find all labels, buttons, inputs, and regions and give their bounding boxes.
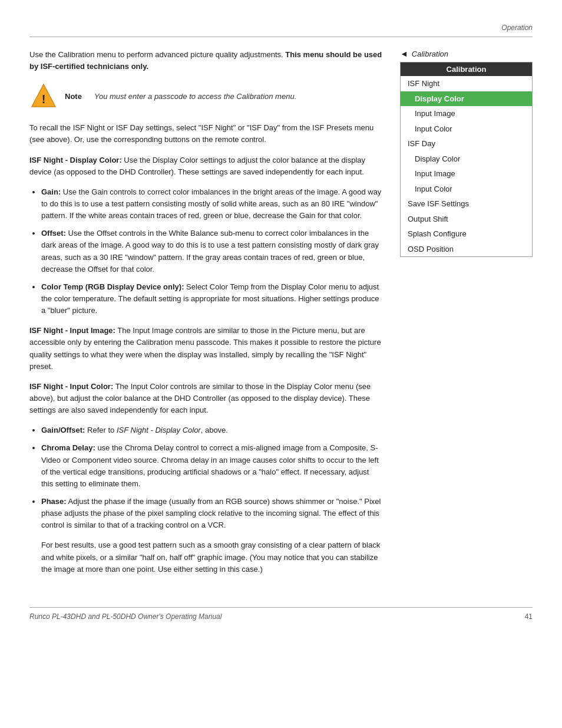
menu-item-isf-night[interactable]: ISF Night <box>401 76 532 91</box>
menu-item-osd-position[interactable]: OSD Position <box>401 242 532 257</box>
bullet-phase-text: Adjust the phase if the image (usually f… <box>41 497 381 529</box>
footer-page: 41 <box>525 612 533 621</box>
bullet-color-temp: Color Temp (RGB Display Device only): Se… <box>41 281 382 317</box>
sidebar-title-row: ◄ Calibration <box>400 49 533 58</box>
note-label: Note <box>65 92 87 101</box>
bullet-gain-offset: Gain/Offset: Refer to ISF Night - Displa… <box>41 424 382 436</box>
isf-night-display-color-para: ISF Night - Display Color: Use the Displ… <box>29 154 382 178</box>
phase-extra-para: For best results, use a good test patter… <box>41 539 382 575</box>
bullet-chroma-delay-heading: Chroma Delay: <box>41 443 95 452</box>
calibration-menu: Calibration ISF Night Display Color Inpu… <box>400 62 533 257</box>
menu-item-display-color-night[interactable]: Display Color <box>401 91 532 107</box>
menu-item-splash-configure[interactable]: Splash Configure <box>401 226 532 242</box>
page-header: Operation <box>29 24 533 32</box>
menu-item-isf-day[interactable]: ISF Day <box>401 136 532 151</box>
intro-paragraph: Use the Calibration menu to perform adva… <box>29 49 382 73</box>
sidebar-column: ◄ Calibration Calibration ISF Night Disp… <box>400 49 533 584</box>
isf-night-input-image-para: ISF Night - Input Image: The Input Image… <box>29 325 382 373</box>
content-area: Use the Calibration menu to perform adva… <box>29 49 533 584</box>
bullet-gain-offset-end: , above. <box>201 426 228 434</box>
bullet-gain-offset-italic: ISF Night - Display Color <box>117 426 201 434</box>
menu-item-input-image-night[interactable]: Input Image <box>401 106 532 121</box>
bullet-gain-offset-text: Refer to <box>87 426 117 434</box>
menu-item-input-color-night[interactable]: Input Color <box>401 121 532 137</box>
isf-night-input-color-para: ISF Night - Input Color: The Input Color… <box>29 381 382 416</box>
menu-item-input-color-day[interactable]: Input Color <box>401 182 532 197</box>
bullet-gain: Gain: Use the Gain controls to correct c… <box>41 186 382 222</box>
input-color-bullets: Gain/Offset: Refer to ISF Night - Displa… <box>41 424 382 531</box>
main-text-column: Use the Calibration menu to perform adva… <box>29 49 382 584</box>
bullet-gain-offset-heading: Gain/Offset: <box>41 426 85 434</box>
header-rule <box>29 37 533 37</box>
bullet-offset: Offset: Use the Offset controls in the W… <box>41 228 382 275</box>
intro-text: Use the Calibration menu to perform adva… <box>29 50 285 59</box>
svg-text:!: ! <box>42 93 46 106</box>
recall-paragraph: To recall the ISF Night or ISF Day setti… <box>29 122 382 146</box>
bullet-phase-heading: Phase: <box>41 497 67 506</box>
header-text: Operation <box>501 24 533 32</box>
footer-title: Runco PL-43DHD and PL-50DHD Owner's Oper… <box>29 612 222 621</box>
isf-night-input-image-heading: ISF Night - Input Image: <box>29 326 115 335</box>
sidebar-arrow: ◄ <box>400 49 408 58</box>
bullet-chroma-delay: Chroma Delay: use the Chroma Delay contr… <box>41 442 382 490</box>
bullet-gain-text: Use the Gain controls to correct color i… <box>41 187 381 220</box>
menu-item-input-image-day[interactable]: Input Image <box>401 166 532 182</box>
page-footer: Runco PL-43DHD and PL-50DHD Owner's Oper… <box>29 607 533 621</box>
menu-item-output-shift[interactable]: Output Shift <box>401 212 532 227</box>
page-container: Operation Use the Calibration menu to pe… <box>0 0 562 644</box>
sidebar-title: Calibration <box>412 50 448 58</box>
bullet-gain-heading: Gain: <box>41 187 61 196</box>
menu-item-save-isf[interactable]: Save ISF Settings <box>401 196 532 212</box>
isf-night-input-color-heading: ISF Night - Input Color: <box>29 382 113 391</box>
menu-header: Calibration <box>401 62 532 76</box>
note-box: ! Note You must enter a passcode to acce… <box>29 82 382 110</box>
bullet-phase: Phase: Adjust the phase if the image (us… <box>41 496 382 531</box>
display-color-bullets: Gain: Use the Gain controls to correct c… <box>41 186 382 317</box>
bullet-color-temp-heading: Color Temp (RGB Display Device only): <box>41 282 184 291</box>
bullet-offset-heading: Offset: <box>41 229 66 238</box>
isf-night-display-color-heading: ISF Night - Display Color: <box>29 156 122 164</box>
bullet-offset-text: Use the Offset controls in the White Bal… <box>41 229 379 273</box>
warning-icon: ! <box>29 82 58 110</box>
note-text: You must enter a passcode to access the … <box>94 92 296 101</box>
menu-item-display-color-day[interactable]: Display Color <box>401 151 532 167</box>
